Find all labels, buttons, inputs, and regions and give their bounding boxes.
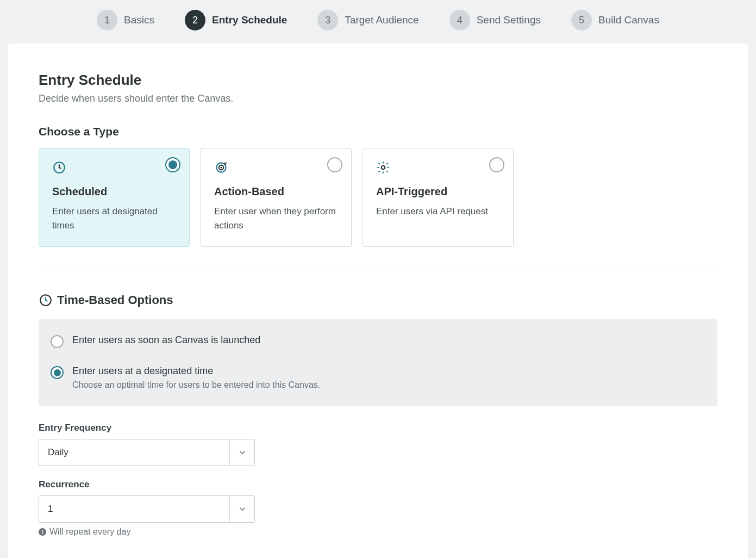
radio-indicator [327,157,342,172]
radio-enter-on-launch[interactable]: Enter users as soon as Canvas is launche… [51,331,705,351]
chevron-down-icon [229,439,254,466]
type-card-scheduled[interactable]: Scheduled Enter users at designated time… [39,148,190,247]
entry-frequency-select[interactable]: Daily [39,439,255,466]
recurrence-help: i Will repeat every day [39,527,717,537]
step-label: Send Settings [477,14,541,26]
select-value: 1 [39,496,229,522]
type-card-group: Scheduled Enter users at designated time… [39,148,717,247]
svg-point-4 [382,166,385,170]
time-options-heading: Time-Based Options [57,293,173,307]
main-card: Entry Schedule Decide when users should … [8,44,748,558]
info-icon: i [39,528,46,536]
type-card-desc: Enter users via API request [376,204,500,219]
step-entry-schedule[interactable]: 2 Entry Schedule [185,10,287,30]
radio-indicator [51,366,64,379]
entry-frequency-field: Entry Frequency Daily [39,423,717,466]
step-number: 4 [449,10,470,30]
step-send-settings[interactable]: 4 Send Settings [449,10,541,30]
step-target-audience[interactable]: 3 Target Audience [317,10,418,30]
radio-indicator [51,335,64,348]
chevron-down-icon [229,496,254,522]
step-label: Entry Schedule [212,14,287,26]
clock-icon [39,293,53,307]
step-number: 3 [317,10,338,30]
field-label: Entry Frequency [39,423,717,433]
type-card-action-based[interactable]: Action-Based Enter user when they perfor… [201,148,352,247]
step-label: Target Audience [345,14,418,26]
type-card-api-triggered[interactable]: API-Triggered Enter users via API reques… [363,148,514,247]
radio-label: Enter users at a designated time [72,365,320,377]
step-number: 2 [185,10,205,30]
step-basics[interactable]: 1 Basics [97,10,154,30]
type-card-title: Scheduled [52,185,176,198]
gear-icon [376,160,390,175]
wizard-stepper: 1 Basics 2 Entry Schedule 3 Target Audie… [0,0,756,44]
time-options-header: Time-Based Options [39,293,717,307]
type-card-desc: Enter users at designated times [52,204,176,232]
radio-enter-designated-time[interactable]: Enter users at a designated time Choose … [51,362,705,393]
type-card-desc: Enter user when they perform actions [214,204,338,232]
svg-point-3 [220,166,222,168]
field-label: Recurrence [39,479,717,490]
radio-indicator [489,157,504,172]
divider [39,269,717,269]
radio-indicator [165,157,180,172]
step-number: 5 [571,10,592,30]
help-text: Will repeat every day [49,527,130,537]
recurrence-select[interactable]: 1 [39,495,255,523]
target-icon [214,160,228,175]
time-options-panel: Enter users as soon as Canvas is launche… [39,319,717,406]
step-label: Basics [124,14,154,26]
type-card-title: Action-Based [214,185,338,198]
choose-type-heading: Choose a Type [39,125,717,138]
radio-subtext: Choose an optimal time for users to be e… [72,380,320,390]
step-number: 1 [97,10,117,30]
recurrence-field: Recurrence 1 i Will repeat every day [39,479,717,537]
step-label: Build Canvas [598,14,659,26]
step-build-canvas[interactable]: 5 Build Canvas [571,10,659,30]
page-title: Entry Schedule [39,72,717,89]
clock-icon [52,160,66,175]
radio-label: Enter users as soon as Canvas is launche… [72,334,260,346]
select-value: Daily [39,439,229,466]
page-subtitle: Decide when users should enter the Canva… [39,93,717,104]
type-card-title: API-Triggered [376,185,500,198]
